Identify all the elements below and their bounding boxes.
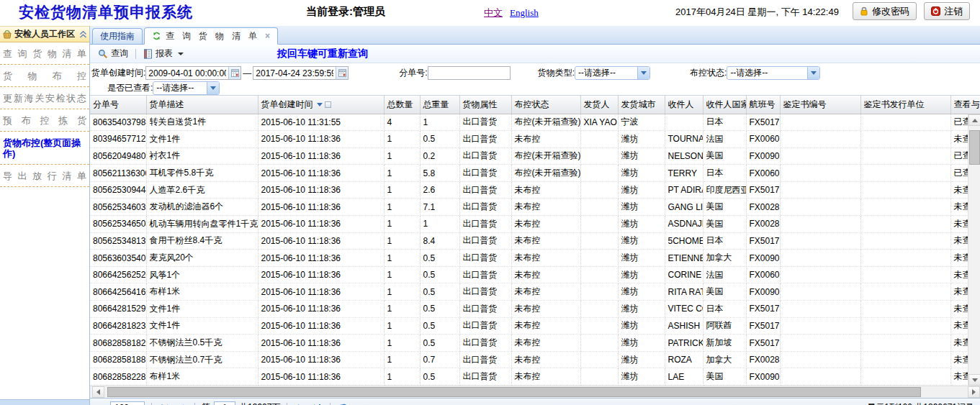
scroll-down-button[interactable] — [968, 374, 980, 386]
waybill-label: 分单号: — [399, 67, 427, 79]
column-header[interactable]: 发货人 — [580, 96, 618, 114]
table-row[interactable]: 806828581881不锈钢法兰0.7千克2015-06-10 11:18:3… — [90, 351, 980, 368]
sidebar-item[interactable]: 查询货物清单 — [0, 42, 89, 65]
column-header[interactable]: 货单创建时间 — [258, 96, 384, 114]
table-row[interactable]: 806642815291文件1件2015-06-10 11:18:3610.5出… — [90, 301, 980, 318]
tab-query-cargo-list[interactable]: 查询货物清单 × — [144, 27, 278, 45]
table-row[interactable]: 803946577127文件1件2015-06-10 11:18:3610.5出… — [90, 131, 980, 148]
table-cell — [580, 165, 618, 182]
waybill-input[interactable] — [428, 68, 510, 78]
table-cell: 潍坊 — [618, 216, 665, 233]
table-row[interactable]: 806642564166布样1米2015-06-10 11:18:3610.5出… — [90, 283, 980, 301]
cargo-type-select[interactable]: --请选择-- — [575, 66, 650, 80]
change-password-button[interactable]: 修改密码 — [853, 2, 917, 20]
table-cell: 布控(未开箱查验) — [511, 147, 580, 165]
sidebar-menu: 查询货物清单货物布控更新海关安检状态预布控拣货货物布控(整页面操作)导出放行清单 — [0, 42, 89, 399]
column-header[interactable]: 发货城市 — [618, 96, 665, 114]
report-button[interactable]: 报表 — [140, 46, 187, 61]
vertical-scrollbar[interactable] — [968, 114, 980, 386]
page-number-input[interactable] — [214, 401, 235, 405]
sidebar-item[interactable]: 导出放行清单 — [0, 165, 89, 187]
create-time-to-input[interactable] — [253, 68, 336, 78]
column-header[interactable]: 航班号 — [746, 96, 780, 114]
column-menu-icon[interactable] — [325, 101, 331, 108]
sidebar-item[interactable]: 预布控拣货 — [0, 109, 89, 132]
table-cell: 潍坊 — [618, 368, 665, 386]
table-cell: 806828582281 — [90, 368, 146, 386]
main-panel: 使用指南 查询货物清单 × 查询 — [90, 26, 980, 405]
lang-en-link[interactable]: English — [510, 7, 539, 18]
horizontal-scroll-thumb[interactable] — [107, 387, 921, 397]
table-row[interactable]: 806642818235文件1件2015-06-10 11:18:3610.5出… — [90, 317, 980, 335]
collapse-icon[interactable] — [79, 31, 87, 38]
column-header[interactable]: 货物属性 — [459, 96, 511, 114]
table-row[interactable]: 806354037988转关自送货1件2015-06-10 11:31:5541… — [90, 114, 980, 131]
column-header[interactable]: 总重量 — [420, 96, 459, 114]
table-cell — [860, 147, 950, 165]
next-page-button[interactable] — [294, 401, 307, 405]
column-header[interactable]: 收件人国家 — [703, 96, 746, 114]
close-tab-icon[interactable]: × — [265, 31, 270, 41]
table-cell: 日本 — [703, 301, 746, 318]
column-header[interactable]: 鉴定书发行单位 — [860, 96, 950, 114]
table-cell — [780, 301, 860, 318]
table-row[interactable]: 805620494809衬衣1件2015-06-10 11:18:3610.2出… — [90, 147, 980, 165]
sidebar-item[interactable]: 货物布控(整页面操作) — [0, 132, 89, 165]
column-header[interactable]: 收件人 — [665, 96, 703, 114]
scroll-left-button[interactable] — [92, 386, 104, 398]
table-cell: 阿联酋 — [703, 317, 746, 335]
refresh-icon[interactable] — [337, 401, 350, 405]
table-row[interactable]: 805625346037发动机的滤油器6个2015-06-10 11:18:36… — [90, 199, 980, 216]
column-header[interactable]: 分单号 — [90, 96, 146, 114]
sidebar-item[interactable]: 货物布控 — [0, 65, 89, 87]
create-time-from-input[interactable] — [146, 68, 228, 78]
calendar-icon[interactable] — [336, 67, 348, 79]
table-row[interactable]: 805636035407麦克风20个2015-06-10 11:18:3610.… — [90, 250, 980, 267]
table-cell — [780, 147, 860, 165]
column-header[interactable]: 布控状态 — [511, 96, 580, 114]
last-page-button[interactable] — [310, 401, 323, 405]
page-size-select[interactable]: 100 — [110, 401, 145, 405]
calendar-icon[interactable] — [228, 67, 240, 79]
tab-usage-guide[interactable]: 使用指南 — [92, 28, 143, 44]
query-label: 查询 — [111, 47, 128, 60]
viewed-select[interactable]: --请选择-- — [153, 81, 220, 95]
table-row[interactable]: 805625309444人造革2.6千克2015-06-10 11:18:361… — [90, 181, 980, 199]
table-row[interactable]: 805625346508机动车辆用转向盘零件1千克2015-06-10 11:1… — [90, 216, 980, 233]
table-row[interactable]: 806642562520风筝1个2015-06-10 11:18:3610.5出… — [90, 266, 980, 283]
table-row[interactable]: 806828581826不锈钢法兰0.5千克2015-06-10 11:18:3… — [90, 335, 980, 352]
control-status-select[interactable]: --请选择-- — [727, 66, 820, 80]
vertical-scroll-thumb[interactable] — [969, 130, 980, 165]
table-cell: 2015-06-10 11:18:36 — [258, 181, 384, 199]
table-cell — [860, 368, 950, 386]
table-row[interactable]: 805621136300耳机零件5.8千克2015-06-10 11:18:36… — [90, 165, 980, 182]
column-header[interactable]: 货单描述 — [146, 96, 258, 114]
sidebar-header[interactable]: 安检人员工作区 — [0, 26, 89, 42]
table-cell: 805625346037 — [90, 199, 146, 216]
table-cell — [860, 301, 950, 318]
lang-zh-link[interactable]: 中文 — [484, 7, 503, 18]
query-button[interactable]: 查询 — [94, 46, 132, 61]
table-cell: FX5017 — [746, 317, 780, 335]
first-page-button[interactable] — [158, 401, 171, 405]
sidebar-item[interactable]: 更新海关安检状态 — [0, 87, 89, 109]
table-cell: 宁波 — [618, 114, 665, 131]
table-cell — [860, 351, 950, 368]
scroll-up-button[interactable] — [968, 114, 980, 126]
create-time-label: 货单创建时间: — [91, 67, 145, 79]
logout-button[interactable]: 注销 — [924, 2, 970, 20]
table-cell — [580, 199, 618, 216]
scroll-right-button[interactable] — [968, 386, 980, 398]
column-header[interactable]: 鉴定书编号 — [780, 96, 860, 114]
table-cell — [780, 335, 860, 352]
table-row[interactable]: 805625348132食用干粉丝8.4千克2015-06-10 11:18:3… — [90, 232, 980, 250]
column-header[interactable]: 查看与否 — [950, 96, 980, 114]
column-header[interactable]: 总数量 — [384, 96, 420, 114]
horizontal-scrollbar[interactable] — [90, 386, 980, 398]
table-cell: 1 — [420, 216, 459, 233]
table-cell — [580, 335, 618, 352]
language-switcher: 中文English — [484, 6, 539, 19]
prev-page-button[interactable] — [175, 401, 188, 405]
table-cell — [665, 114, 703, 131]
table-row[interactable]: 806828582281布样1米2015-06-10 11:18:3610.5出… — [90, 368, 980, 386]
